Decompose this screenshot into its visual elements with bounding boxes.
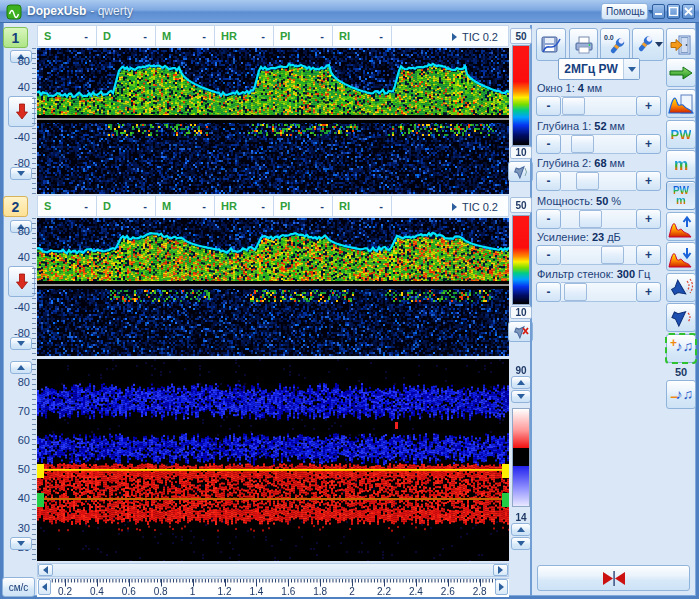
pwm-mode-button[interactable]: PW m: [666, 181, 696, 210]
ruler-left-button[interactable]: [38, 579, 51, 595]
slider-thumb[interactable]: [576, 172, 599, 190]
depth-flow-display[interactable]: [37, 359, 509, 561]
slider-thumb[interactable]: [579, 210, 602, 228]
slider-minus-button[interactable]: -: [536, 171, 561, 191]
axis-label: 80: [2, 225, 30, 237]
bottom-scroll-down-button[interactable]: [10, 537, 32, 550]
param-slider-3[interactable]: -+: [536, 209, 661, 229]
param-slider-2[interactable]: -+: [536, 171, 661, 191]
help-button[interactable]: Помощь: [601, 3, 648, 20]
slider-plus-button[interactable]: +: [636, 245, 661, 265]
spectrum-mode-button[interactable]: [666, 89, 696, 118]
m-mode-button[interactable]: m: [666, 150, 696, 179]
measure-label: PI: [280, 200, 290, 212]
slider-plus-button[interactable]: +: [636, 134, 661, 154]
sound-channel1-button[interactable]: [666, 273, 696, 302]
param-slider-0[interactable]: -+: [536, 96, 661, 116]
slider-track[interactable]: [561, 282, 636, 302]
scale-down-button[interactable]: [666, 242, 696, 271]
d1-scroll-down-button[interactable]: [10, 167, 32, 180]
slider-thumb[interactable]: [564, 283, 587, 301]
measure-cell-m[interactable]: M-: [156, 26, 215, 46]
param-unit: дБ: [604, 231, 621, 243]
measure-value: -: [143, 200, 147, 212]
slider-thumb[interactable]: [571, 135, 594, 153]
volume-down-button[interactable]: − ♪♫: [666, 380, 696, 409]
scale-up-button[interactable]: [666, 212, 696, 241]
d2-baseline-shift-button[interactable]: [8, 266, 35, 297]
measure-cell-s[interactable]: S-: [38, 196, 97, 216]
close-button[interactable]: [682, 4, 695, 19]
save-report-button[interactable]: [536, 28, 566, 61]
freeze-button[interactable]: [537, 565, 690, 591]
bowtie-icon: [599, 570, 629, 587]
slider-minus-button[interactable]: -: [536, 209, 561, 229]
measure-cell-s[interactable]: S-: [38, 26, 97, 46]
title-bar[interactable]: DopexUsb- qwerty Помощь: [0, 0, 699, 23]
measure-cell-d[interactable]: D-: [97, 196, 156, 216]
param-slider-4[interactable]: -+: [536, 245, 661, 265]
pw-mode-button[interactable]: PW: [666, 120, 696, 149]
slider-minus-button[interactable]: -: [536, 96, 561, 116]
d1-tic[interactable]: TIC 0.2: [452, 26, 498, 48]
exit-button[interactable]: [666, 28, 696, 61]
calibration-button[interactable]: 0.0: [600, 28, 630, 61]
param-name: Глубина 2:: [537, 157, 594, 169]
slider-track[interactable]: [561, 245, 636, 265]
slider-minus-button[interactable]: -: [536, 134, 561, 154]
slider-track[interactable]: [561, 171, 636, 191]
slider-minus-button[interactable]: -: [536, 282, 561, 302]
bottom-range2-down-button[interactable]: [511, 537, 531, 550]
slider-thumb[interactable]: [562, 97, 585, 115]
maximize-button[interactable]: [667, 4, 680, 19]
volume-up-button[interactable]: + ♪♫: [666, 334, 696, 363]
settings-button[interactable]: [632, 28, 664, 61]
slider-plus-button[interactable]: +: [636, 282, 661, 302]
time-label: 1.4: [243, 586, 269, 597]
param-slider-5[interactable]: -+: [536, 282, 661, 302]
horizontal-scrollbar[interactable]: [37, 563, 509, 577]
settings-wrench-icon: [633, 32, 654, 58]
channel-2-badge: 2: [3, 196, 28, 217]
slider-plus-button[interactable]: +: [636, 209, 661, 229]
measure-cell-hr[interactable]: HR-: [215, 26, 274, 46]
measure-cell-d[interactable]: D-: [97, 26, 156, 46]
d2-scroll-down-button[interactable]: [10, 337, 32, 350]
m-mode-icon: m: [674, 157, 688, 173]
measure-value: -: [84, 200, 88, 212]
probe-mode-select[interactable]: 2МГц PW: [558, 58, 640, 80]
time-label: 1.8: [307, 586, 333, 597]
d1-baseline-shift-button[interactable]: [8, 96, 35, 127]
speaker-muted-icon: [513, 325, 529, 339]
print-button[interactable]: [569, 28, 598, 61]
measure-cell-m[interactable]: M-: [156, 196, 215, 216]
d2-spectrogram[interactable]: [37, 218, 509, 356]
probe-mode-value: 2МГц PW: [559, 62, 623, 76]
bottom-range-down-button[interactable]: [511, 390, 531, 403]
scroll-right-button[interactable]: [493, 564, 508, 576]
slider-track[interactable]: [561, 134, 636, 154]
unit-button[interactable]: см/с: [2, 577, 35, 597]
measure-cell-ri[interactable]: RI-: [333, 26, 392, 46]
measure-label: M: [162, 200, 171, 212]
bottom-scroll-up-button[interactable]: [10, 361, 32, 374]
transfer-button[interactable]: [666, 58, 696, 87]
scroll-left-button[interactable]: [38, 564, 53, 576]
axis-label: -40: [2, 301, 30, 313]
slider-plus-button[interactable]: +: [636, 96, 661, 116]
param-slider-1[interactable]: -+: [536, 134, 661, 154]
measure-cell-pi[interactable]: PI-: [274, 26, 333, 46]
slider-minus-button[interactable]: -: [536, 245, 561, 265]
slider-plus-button[interactable]: +: [636, 171, 661, 191]
measure-cell-ri[interactable]: RI-: [333, 196, 392, 216]
d1-spectrogram[interactable]: [37, 48, 509, 194]
measure-cell-pi[interactable]: PI-: [274, 196, 333, 216]
slider-thumb[interactable]: [601, 246, 624, 264]
slider-track[interactable]: [561, 209, 636, 229]
ruler-right-button[interactable]: [495, 579, 508, 595]
slider-track[interactable]: [561, 96, 636, 116]
sound-channel2-button[interactable]: [666, 303, 696, 332]
measure-cell-hr[interactable]: HR-: [215, 196, 274, 216]
d2-tic[interactable]: TIC 0.2: [452, 196, 498, 218]
minimize-button[interactable]: [652, 4, 665, 19]
